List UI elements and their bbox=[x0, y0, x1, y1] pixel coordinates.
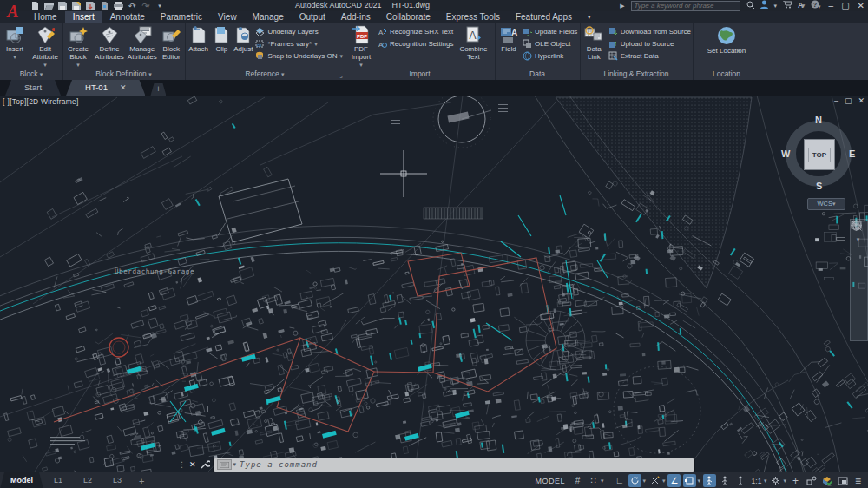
compass-west[interactable]: W bbox=[781, 148, 790, 159]
doc-restore-icon[interactable]: ▢ bbox=[845, 96, 852, 105]
isolate-objects-icon[interactable] bbox=[805, 474, 818, 487]
create-block-button[interactable]: Create Block▾ bbox=[64, 24, 92, 69]
polar-tracking-icon[interactable] bbox=[628, 474, 641, 487]
frames-vary-button[interactable]: co *Frames vary*▾ bbox=[255, 38, 343, 49]
isodraft-icon[interactable] bbox=[648, 474, 661, 487]
upload-to-source-button[interactable]: Upload to Source bbox=[608, 38, 691, 49]
object-snap-icon[interactable] bbox=[683, 474, 696, 487]
wcs-dropdown[interactable]: WCS ▾ bbox=[807, 198, 845, 210]
redo-icon[interactable]: ↷▾ bbox=[141, 1, 151, 11]
field-button[interactable]: A Field bbox=[496, 24, 521, 53]
grid-display-icon[interactable]: # bbox=[571, 474, 584, 487]
snap-mode-icon[interactable]: ∷ bbox=[587, 474, 600, 487]
tab-parametric[interactable]: Parametric bbox=[153, 11, 210, 23]
annotation-autoscale-icon[interactable] bbox=[719, 474, 732, 487]
set-location-button[interactable]: Set Location▾ bbox=[704, 24, 749, 63]
file-tab-ht01[interactable]: HT-01 ✕ bbox=[66, 80, 145, 96]
tab-output[interactable]: Output bbox=[292, 11, 333, 23]
data-link-button[interactable]: Data Link bbox=[582, 24, 607, 61]
underlay-layers-button[interactable]: Underlay Layers bbox=[255, 26, 343, 37]
tab-collaborate[interactable]: Collaborate bbox=[378, 11, 438, 23]
ribbon-display-caret-icon[interactable]: ▾ bbox=[580, 11, 599, 23]
tab-addins[interactable]: Add-ins bbox=[333, 11, 378, 23]
restore-button[interactable]: ▢ bbox=[841, 1, 849, 11]
tab-view[interactable]: View bbox=[210, 11, 245, 23]
customization-menu-icon[interactable]: ≡ bbox=[852, 474, 865, 487]
app-store-cart-icon[interactable] bbox=[783, 1, 792, 11]
workspace-caret-icon[interactable]: ▾ bbox=[783, 478, 786, 485]
attach-button[interactable]: Attach bbox=[187, 24, 210, 53]
qat-customize-icon[interactable]: ▾ bbox=[155, 1, 165, 11]
viewport-controls[interactable]: [-][Top][2D Wireframe] bbox=[3, 97, 79, 106]
clip-button[interactable]: Clip bbox=[212, 24, 231, 53]
recent-commands-icon[interactable] bbox=[217, 459, 232, 470]
new-layout-button[interactable]: + bbox=[132, 476, 151, 486]
object-snap-tracking-icon[interactable]: ∠ bbox=[667, 474, 681, 487]
sign-in-icon[interactable] bbox=[760, 0, 768, 11]
drawing-canvas[interactable]: Überdachung-Garage [-][Top][2D Wireframe… bbox=[0, 96, 868, 472]
save-as-icon[interactable] bbox=[71, 1, 82, 11]
annotation-scale-value[interactable]: 1:1 bbox=[750, 474, 763, 487]
new-drawing-tab-button[interactable]: + bbox=[150, 83, 166, 96]
open-file-icon[interactable] bbox=[43, 1, 54, 11]
adjust-button[interactable]: Adjust bbox=[233, 24, 253, 53]
model-space-button[interactable]: MODEL bbox=[535, 477, 565, 485]
layout-tab-l2[interactable]: L2 bbox=[73, 472, 102, 488]
viewcube-top-face[interactable]: TOP bbox=[804, 139, 835, 170]
layout-tab-model[interactable]: Model bbox=[0, 472, 43, 488]
command-customize-wrench-icon[interactable] bbox=[200, 459, 210, 470]
help-icon[interactable]: ?▾ bbox=[811, 0, 821, 12]
help-search-input[interactable] bbox=[631, 1, 740, 11]
save-icon[interactable] bbox=[57, 1, 68, 11]
undo-icon[interactable]: ↶▾ bbox=[127, 1, 137, 11]
save-all-icon[interactable] bbox=[85, 1, 95, 11]
osnap-caret-icon[interactable]: ▾ bbox=[697, 478, 700, 485]
command-close-icon[interactable]: ✕ bbox=[189, 460, 196, 469]
update-fields-button[interactable]: Update Fields bbox=[523, 26, 577, 37]
ole-object-button[interactable]: OLE Object bbox=[523, 38, 577, 49]
search-icon[interactable] bbox=[746, 1, 754, 11]
panel-label-data[interactable]: Data bbox=[495, 69, 580, 80]
isodraft-caret-icon[interactable]: ▾ bbox=[662, 478, 666, 485]
panel-label-location[interactable]: Location bbox=[693, 69, 760, 80]
compass-north[interactable]: N bbox=[815, 115, 822, 125]
minimize-button[interactable]: – bbox=[829, 1, 834, 11]
define-attributes-button[interactable]: Define Attributes bbox=[94, 24, 125, 61]
tab-express-tools[interactable]: Express Tools bbox=[438, 11, 508, 23]
reference-dialog-launcher-icon[interactable]: ⌟ bbox=[339, 71, 343, 79]
panel-label-block-definition[interactable]: Block Definition ▾ bbox=[62, 69, 185, 80]
snap-caret-icon[interactable]: ▾ bbox=[601, 478, 604, 485]
annotation-visibility-icon[interactable] bbox=[703, 474, 716, 487]
file-tab-start[interactable]: Start bbox=[5, 80, 61, 96]
clean-screen-icon[interactable] bbox=[836, 474, 849, 487]
close-button[interactable]: ✕ bbox=[858, 1, 865, 11]
panel-label-reference[interactable]: Reference ▾ bbox=[185, 69, 345, 80]
layout-tab-l3[interactable]: L3 bbox=[102, 472, 132, 488]
show-motion-icon[interactable] bbox=[851, 220, 862, 231]
ortho-mode-icon[interactable]: ∟ bbox=[613, 474, 626, 487]
doc-minimize-icon[interactable]: – bbox=[834, 96, 838, 105]
pdf-import-button[interactable]: PDF PDF Import▾ bbox=[346, 24, 376, 69]
graphics-performance-icon[interactable] bbox=[820, 474, 833, 487]
tab-home[interactable]: Home bbox=[26, 11, 65, 23]
viewcube[interactable]: N W E S TOP bbox=[779, 115, 858, 193]
recognition-settings-button[interactable]: A Recognition Settings bbox=[378, 38, 453, 49]
annotation-scale-icon[interactable] bbox=[734, 474, 747, 487]
layout-tab-l1[interactable]: L1 bbox=[43, 472, 73, 488]
manage-attributes-button[interactable]: Manage Attributes bbox=[127, 24, 158, 61]
hyperlink-button[interactable]: Hyperlink bbox=[523, 50, 577, 62]
panel-label-block[interactable]: Block ▾ bbox=[0, 69, 62, 80]
compass-east[interactable]: E bbox=[849, 148, 855, 159]
autodesk-logo-icon[interactable]: A▾ bbox=[798, 0, 805, 11]
edit-attribute-button[interactable]: Edit Attribute▾ bbox=[30, 24, 61, 69]
recover-icon[interactable] bbox=[99, 1, 109, 11]
compass-south[interactable]: S bbox=[816, 181, 822, 191]
block-editor-button[interactable]: Block Editor bbox=[160, 24, 183, 61]
combine-text-button[interactable]: A Combine Text bbox=[455, 24, 491, 61]
snap-to-underlays-button[interactable]: Snap to Underlays ON▾ bbox=[255, 50, 343, 62]
extract-data-button[interactable]: Extract Data bbox=[608, 50, 691, 62]
workspace-gear-icon[interactable] bbox=[769, 474, 782, 487]
new-file-icon[interactable] bbox=[30, 1, 40, 11]
polar-caret-icon[interactable]: ▾ bbox=[642, 478, 646, 485]
command-input[interactable]: ▾ Type a command bbox=[214, 458, 694, 472]
